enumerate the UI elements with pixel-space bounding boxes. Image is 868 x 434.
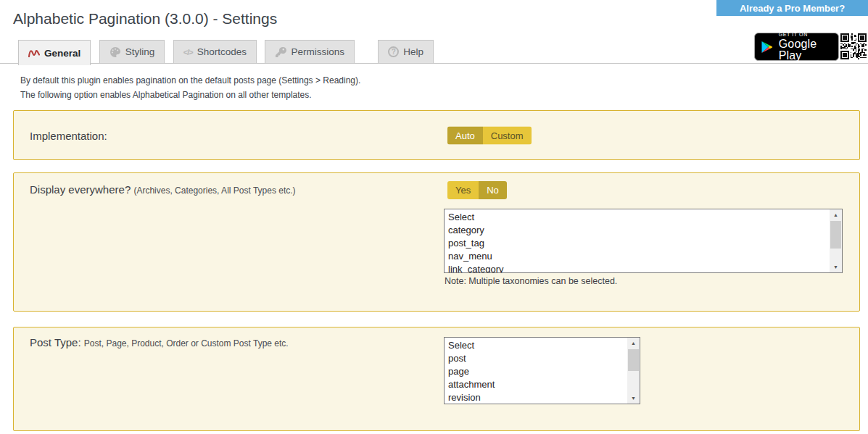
- section-post-type: Post Type: Post, Page, Product, Order or…: [13, 327, 860, 431]
- custom-option[interactable]: Custom: [483, 126, 532, 144]
- google-play-badge[interactable]: GET IT ON Google Play: [754, 33, 839, 61]
- tab-permissions[interactable]: Permissions: [265, 40, 355, 63]
- implementation-toggle: Auto Custom: [447, 126, 532, 144]
- tab-label: General: [44, 48, 80, 59]
- scroll-down-button[interactable]: ▼: [830, 262, 842, 272]
- display-everywhere-subtitle: (Archives, Categories, All Post Types et…: [133, 185, 295, 196]
- display-everywhere-toggle: Yes No: [447, 181, 507, 199]
- list-option[interactable]: page: [445, 365, 627, 378]
- auto-option[interactable]: Auto: [447, 126, 483, 144]
- taxonomy-options: Select category post_tag nav_menu link_c…: [445, 211, 830, 273]
- list-option[interactable]: revision: [445, 391, 627, 404]
- tab-label: Shortcodes: [197, 46, 247, 57]
- help-icon: ?: [388, 46, 399, 57]
- google-play-text: GET IT ON Google Play: [779, 32, 832, 62]
- tab-label: Styling: [125, 46, 155, 57]
- posttype-multiselect[interactable]: Select post page attachment revision ▲ ▼: [444, 337, 640, 404]
- scroll-down-button[interactable]: ▼: [627, 393, 640, 404]
- google-play-label: Google Play: [779, 38, 832, 62]
- tab-general[interactable]: General: [18, 40, 91, 65]
- signature-icon: [28, 47, 40, 59]
- taxonomy-note: Note: Multiple taxonomies can be selecte…: [445, 276, 617, 286]
- list-option[interactable]: attachment: [445, 378, 627, 391]
- tab-label: Help: [403, 46, 423, 57]
- scroll-up-button[interactable]: ▲: [627, 338, 640, 349]
- list-option[interactable]: post: [445, 352, 627, 365]
- section-display-everywhere: Display everywhere? (Archives, Categorie…: [13, 172, 860, 312]
- display-everywhere-title: Display everywhere?: [30, 183, 131, 196]
- scrollbar: ▲ ▼: [830, 209, 842, 272]
- pro-member-button[interactable]: Already a Pro Member?: [716, 0, 868, 16]
- scrollbar: ▲ ▼: [627, 338, 640, 404]
- tab-styling[interactable]: Styling: [99, 40, 165, 63]
- scroll-thumb[interactable]: [628, 349, 639, 371]
- implementation-label: Implementation:: [30, 129, 107, 141]
- intro-line-2: The following option enables Alphabetica…: [20, 90, 312, 100]
- palette-icon: [109, 46, 121, 58]
- tab-label: Permissions: [291, 46, 344, 57]
- google-play-icon: [761, 39, 773, 55]
- no-option[interactable]: No: [479, 181, 507, 199]
- post-type-label: Post Type: Post, Page, Product, Order or…: [30, 336, 289, 349]
- scroll-thumb[interactable]: [830, 221, 841, 249]
- qr-code: [840, 33, 867, 59]
- posttype-options: Select post page attachment revision: [445, 339, 627, 404]
- list-option[interactable]: post_tag: [445, 237, 830, 250]
- list-option[interactable]: category: [445, 224, 830, 237]
- section-implementation: Implementation: Auto Custom: [13, 110, 860, 160]
- page-title: Alphabetic Pagination (3.0.0) - Settings: [13, 10, 277, 28]
- list-option[interactable]: Select: [445, 211, 830, 224]
- post-type-subtitle: Post, Page, Product, Order or Custom Pos…: [84, 338, 289, 349]
- list-option[interactable]: Select: [445, 339, 627, 352]
- tab-bar: General Styling </> Shortcodes Permissio…: [0, 40, 868, 64]
- taxonomy-multiselect[interactable]: Select category post_tag nav_menu link_c…: [444, 209, 843, 273]
- post-type-title: Post Type:: [30, 336, 81, 349]
- display-everywhere-label: Display everywhere? (Archives, Categorie…: [30, 183, 296, 196]
- tab-help[interactable]: ? Help: [378, 40, 434, 63]
- yes-option[interactable]: Yes: [447, 181, 479, 199]
- list-option[interactable]: link_category: [445, 263, 830, 273]
- scroll-up-button[interactable]: ▲: [830, 209, 842, 220]
- key-icon: [275, 46, 286, 58]
- code-icon: </>: [183, 48, 193, 57]
- get-it-on-label: GET IT ON: [779, 32, 832, 37]
- tab-shortcodes[interactable]: </> Shortcodes: [173, 40, 257, 63]
- list-option[interactable]: nav_menu: [445, 250, 830, 263]
- intro-line-1: By default this plugin enables paginatio…: [20, 75, 360, 85]
- settings-page: Alphabetic Pagination (3.0.0) - Settings…: [0, 0, 868, 434]
